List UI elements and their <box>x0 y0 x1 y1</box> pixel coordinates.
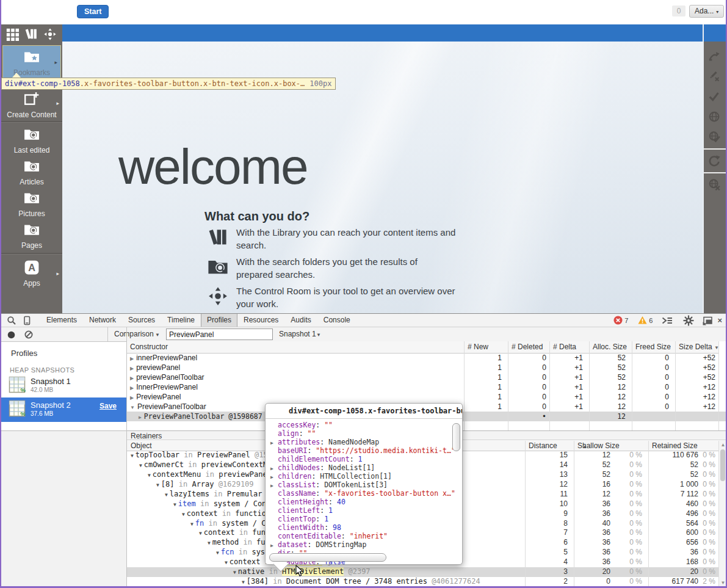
globe-x-icon[interactable] <box>708 178 722 194</box>
start-button[interactable]: Start <box>77 5 109 18</box>
disclosure-open-icon[interactable]: ▼ <box>148 473 151 478</box>
disclosure-open-icon[interactable]: ▼ <box>165 492 168 498</box>
retainer-row[interactable]: ▼native in HTMLDivElement @23973200 %200… <box>126 567 718 577</box>
snapshot-item-1[interactable]: %Snapshot 142.0 MB <box>1 374 126 397</box>
disclosure-open-icon[interactable]: ▼ <box>156 482 159 488</box>
clear-icon[interactable] <box>24 330 33 341</box>
close-icon[interactable]: × <box>717 316 722 325</box>
tab-elements[interactable]: Elements <box>40 314 83 327</box>
property-row[interactable]: clientTop: 1 <box>270 515 462 523</box>
column-header-2[interactable]: Shallow Size <box>577 441 620 451</box>
disclosure-open-icon[interactable]: ▼ <box>182 512 185 517</box>
disclosure-open-icon[interactable]: ▼ <box>216 550 219 556</box>
column-header-6[interactable]: Size Delta ▼ <box>679 341 719 354</box>
disclosure-closed-icon[interactable]: ▶ <box>130 395 134 401</box>
check-icon[interactable] <box>708 90 722 106</box>
property-row[interactable]: baseURI: "https://studio.media.kontiki-t… <box>270 446 462 455</box>
library-icon[interactable] <box>24 27 38 41</box>
property-row[interactable]: clientHeight: 40 <box>270 498 462 506</box>
console-drawer-icon[interactable] <box>662 316 673 325</box>
column-header-5[interactable]: Freed Size <box>635 341 671 353</box>
property-row[interactable]: className: "x-favorites-toolbar-button x… <box>270 489 462 498</box>
disclosure-open-icon[interactable]: ▼ <box>190 521 194 527</box>
constructor-row[interactable]: ▶PreviewPanel10+1120+12 <box>126 392 718 402</box>
column-header-3[interactable]: # Delta <box>553 341 576 353</box>
property-row[interactable]: ▶dataset: DOMStringMap <box>270 540 462 549</box>
warning-icon[interactable] <box>638 316 647 325</box>
tab-timeline[interactable]: Timeline <box>161 314 201 327</box>
tab-audits[interactable]: Audits <box>284 314 317 327</box>
sidebar-item-pictures[interactable]: Pictures <box>1 187 62 217</box>
scroll-down-icon[interactable]: ▼ <box>720 580 726 586</box>
popup-vertical-scrollbar[interactable] <box>452 423 460 451</box>
popup-horizontal-scrollbar[interactable] <box>269 553 386 562</box>
tab-resources[interactable]: Resources <box>237 314 284 327</box>
globe-icon[interactable] <box>708 111 722 126</box>
class-filter-input[interactable] <box>166 328 273 340</box>
tab-profiles[interactable]: Profiles <box>201 314 237 327</box>
column-header-3[interactable]: Retained Size <box>652 441 698 451</box>
view-mode-select[interactable]: Comparison <box>114 327 154 341</box>
property-row[interactable]: clientLeft: 1 <box>270 506 462 515</box>
sidebar-item-articles[interactable]: Articles <box>1 155 62 186</box>
property-row[interactable]: contentEditable: "inherit" <box>270 532 462 540</box>
retainer-row[interactable]: ▼[384] in Document DOM tree / 3748 entri… <box>126 577 718 587</box>
property-row[interactable]: childElementCount: 1 <box>270 455 462 463</box>
tab-console[interactable]: Console <box>317 314 356 327</box>
column-header-2[interactable]: # Deleted <box>512 341 543 353</box>
tab-sources[interactable]: Sources <box>122 314 161 327</box>
sidebar-item-apps[interactable]: AApps▸ <box>1 256 62 292</box>
disclosure-open-icon[interactable]: ▼ <box>130 405 135 410</box>
scrollbar-thumb[interactable] <box>720 449 725 481</box>
tab-network[interactable]: Network <box>83 314 122 327</box>
scroll-up-icon[interactable]: ▲ <box>720 442 726 448</box>
disclosure-open-icon[interactable]: ▼ <box>139 463 142 468</box>
disclosure-closed-icon[interactable]: ▶ <box>130 376 134 381</box>
property-row[interactable]: align: "" <box>270 429 462 438</box>
disclosure-open-icon[interactable]: ▼ <box>208 540 211 546</box>
property-row[interactable]: ▶children: HTMLCollection[1] <box>270 472 462 481</box>
disclosure-closed-icon[interactable]: ▶ <box>130 366 134 371</box>
dock-icon[interactable] <box>702 316 713 325</box>
sidebar-item-bookmarks[interactable]: Bookmarks▸ <box>2 45 61 81</box>
property-row[interactable]: accessKey: "" <box>270 421 462 429</box>
property-row[interactable]: ▶classList: DOMTokenList[3] <box>270 481 462 489</box>
device-mode-icon[interactable] <box>22 316 32 325</box>
control-room-icon[interactable] <box>43 27 57 41</box>
sidebar-item-last-edited[interactable]: Last edited <box>1 123 62 154</box>
constructor-row[interactable]: ▶previewPanelToolbar10+1520+52 <box>126 372 718 382</box>
gear-icon[interactable] <box>683 315 694 326</box>
disclosure-closed-icon[interactable]: ▶ <box>130 356 134 361</box>
disclosure-open-icon[interactable]: ▼ <box>199 531 202 536</box>
user-menu-button[interactable]: Ada...▾ <box>689 5 724 18</box>
disclosure-closed-icon[interactable]: ▶ <box>139 415 142 420</box>
constructor-row[interactable]: ▶InnerPreviewPanel10+1120+12 <box>126 382 718 392</box>
disclosure-closed-icon[interactable]: ▶ <box>130 385 134 391</box>
snapshot-item-2[interactable]: %Snapshot 237.6 MBSave <box>1 397 126 422</box>
record-icon[interactable] <box>7 330 15 341</box>
column-header-0[interactable]: Constructor <box>130 341 168 353</box>
sidebar-item-pages[interactable]: Pages <box>1 219 62 249</box>
search-icon[interactable] <box>7 316 16 325</box>
save-link[interactable]: Save <box>99 402 117 410</box>
column-header-0[interactable]: Object <box>131 441 152 451</box>
property-row[interactable]: ▶childNodes: NodeList[1] <box>270 463 462 472</box>
grid-icon[interactable] <box>5 27 19 41</box>
column-header-4[interactable]: Alloc. Size <box>593 341 627 353</box>
error-icon[interactable] <box>613 316 623 325</box>
edit-x-icon[interactable] <box>708 70 722 86</box>
disclosure-open-icon[interactable]: ▼ <box>225 560 228 565</box>
constructor-row[interactable]: ▶previewPanel10+1520+52 <box>126 363 718 372</box>
disclosure-open-icon[interactable]: ▼ <box>131 453 134 459</box>
column-header-1[interactable]: # New <box>468 341 488 353</box>
disclosure-open-icon[interactable]: ▼ <box>173 502 176 507</box>
property-row[interactable]: ▶attributes: NamedNodeMap <box>270 438 462 446</box>
constructor-row[interactable]: ▶innerPreviewPanel10+1520+52 <box>126 353 718 363</box>
globe-check-icon[interactable] <box>708 131 722 147</box>
refresh-icon[interactable] <box>708 154 722 170</box>
base-snapshot-select[interactable]: Snapshot 1 <box>279 327 316 341</box>
sidebar-item-create-content[interactable]: Create Content▸ <box>1 88 62 120</box>
disclosure-open-icon[interactable]: ▼ <box>242 579 245 585</box>
disclosure-open-icon[interactable]: ▼ <box>233 570 236 575</box>
property-row[interactable]: clientWidth: 98 <box>270 523 462 532</box>
